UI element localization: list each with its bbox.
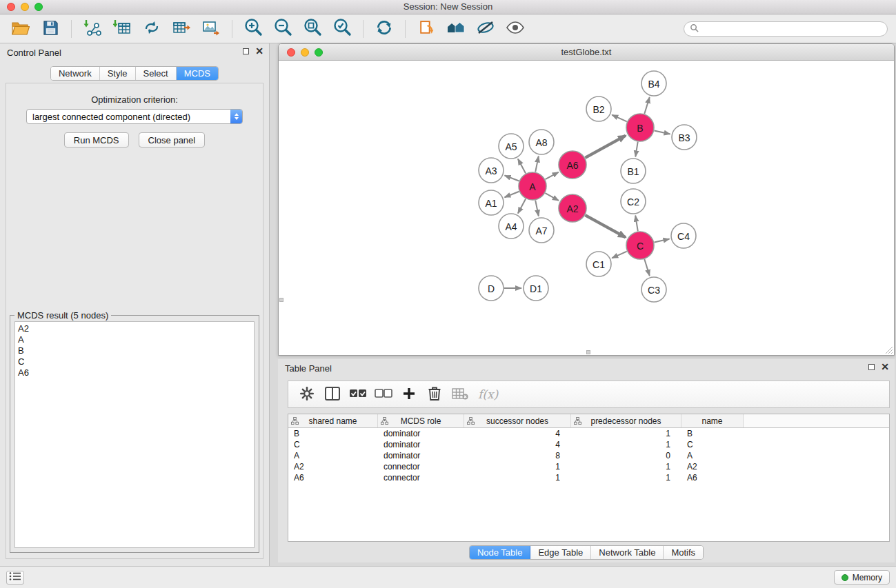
- graph-edge-B-B3[interactable]: [655, 131, 670, 134]
- deselect-all-columns-button[interactable]: [373, 383, 394, 405]
- graph-edge-B-B1[interactable]: [635, 142, 637, 157]
- graph-edge-A-A1[interactable]: [505, 192, 519, 197]
- graph-node-A5[interactable]: A5: [499, 134, 524, 159]
- column-header-mcds-role[interactable]: MCDS role: [378, 414, 464, 427]
- graph-edge-B-B2[interactable]: [612, 115, 627, 122]
- graph-node-C[interactable]: C: [626, 232, 654, 259]
- graph-node-C2[interactable]: C2: [621, 189, 646, 214]
- minimize-network-window-button[interactable]: [301, 48, 309, 57]
- tab-network-table[interactable]: Network Table: [591, 546, 664, 559]
- graph-edge-B-B4[interactable]: [644, 97, 649, 114]
- delete-column-button[interactable]: [424, 383, 445, 405]
- titlebar[interactable]: Session: New Session: [0, 0, 896, 14]
- graph-node-A8[interactable]: A8: [529, 130, 554, 154]
- graph-node-D[interactable]: D: [479, 276, 504, 301]
- tab-network[interactable]: Network: [51, 67, 100, 80]
- zoom-fit-button[interactable]: [299, 17, 326, 41]
- graph-node-A7[interactable]: A7: [529, 218, 554, 243]
- delete-table-button[interactable]: [450, 383, 470, 405]
- graph-node-A2[interactable]: A2: [559, 194, 586, 222]
- zoom-selected-button[interactable]: [328, 17, 356, 41]
- zoom-network-window-button[interactable]: [315, 48, 323, 57]
- annotation-button[interactable]: [472, 17, 499, 41]
- close-app-button[interactable]: [7, 3, 15, 11]
- open-network-document-button[interactable]: [412, 17, 440, 41]
- import-network-button[interactable]: [79, 17, 106, 41]
- select-all-columns-button[interactable]: [348, 383, 368, 405]
- tab-edge-table[interactable]: Edge Table: [530, 546, 591, 559]
- table-row[interactable]: A6 connector 1 1 A6: [288, 472, 889, 483]
- apply-layout-button[interactable]: [370, 17, 398, 41]
- zoom-app-button[interactable]: [34, 3, 43, 11]
- tab-mcds[interactable]: MCDS: [177, 67, 218, 80]
- graph-node-A[interactable]: A: [519, 172, 546, 200]
- close-panel-button[interactable]: Close panel: [139, 132, 206, 148]
- function-builder-button[interactable]: f(x): [478, 387, 498, 401]
- graph-edge-A-A5[interactable]: [518, 159, 526, 174]
- tab-select[interactable]: Select: [136, 67, 177, 80]
- graph-node-B[interactable]: B: [626, 114, 654, 141]
- graph-node-C1[interactable]: C1: [586, 252, 611, 276]
- column-header-name[interactable]: name: [681, 414, 744, 427]
- graph-node-B4[interactable]: B4: [641, 71, 666, 96]
- vertical-scrollbar-thumb[interactable]: [279, 298, 283, 302]
- zoom-out-button[interactable]: [269, 17, 297, 41]
- export-network-button[interactable]: [138, 17, 166, 41]
- export-image-button[interactable]: [197, 17, 225, 41]
- tab-node-table[interactable]: Node Table: [470, 546, 531, 559]
- run-mcds-button[interactable]: Run MCDS: [64, 132, 129, 148]
- graph-node-B1[interactable]: B1: [621, 159, 646, 183]
- graph-edge-A-A8[interactable]: [535, 156, 539, 172]
- search-box[interactable]: [684, 21, 888, 37]
- graph-edge-A2-C[interactable]: [585, 215, 626, 237]
- graph-edge-C-C3[interactable]: [644, 259, 649, 276]
- result-item[interactable]: B: [18, 345, 251, 356]
- graph-edge-A-A3[interactable]: [505, 176, 519, 181]
- float-panel-icon[interactable]: [243, 48, 249, 54]
- open-session-button[interactable]: [7, 17, 34, 41]
- create-column-button[interactable]: [399, 383, 419, 405]
- task-history-button[interactable]: [6, 571, 24, 585]
- show-columns-button[interactable]: [322, 383, 343, 405]
- network-window-titlebar[interactable]: testGlobe.txt: [279, 44, 894, 61]
- graph-node-A4[interactable]: A4: [499, 214, 524, 239]
- graphics-details-button[interactable]: [501, 17, 529, 41]
- column-header-predecessor-nodes[interactable]: predecessor nodes: [571, 414, 681, 427]
- table-row[interactable]: C dominator 4 1 C: [288, 439, 889, 450]
- table-settings-button[interactable]: [297, 383, 317, 405]
- graph-node-C3[interactable]: C3: [641, 277, 666, 302]
- graph-node-C4[interactable]: C4: [671, 223, 696, 248]
- graph-edge-C-C2[interactable]: [635, 216, 638, 232]
- close-network-window-button[interactable]: [287, 48, 295, 57]
- import-table-button[interactable]: [108, 17, 136, 41]
- tab-style[interactable]: Style: [100, 67, 136, 80]
- network-graph[interactable]: B4B2BB3A8A5A6A3B1AC2A1A2A4A7C4CC1DD1C3: [279, 61, 894, 355]
- graph-edge-A-A6[interactable]: [546, 172, 559, 179]
- graph-node-A3[interactable]: A3: [479, 158, 504, 183]
- resize-grip[interactable]: [885, 346, 893, 354]
- graph-node-D1[interactable]: D1: [524, 276, 548, 301]
- export-table-button[interactable]: [168, 17, 195, 41]
- graph-edge-A-A2[interactable]: [545, 193, 559, 201]
- table-row[interactable]: A dominator 8 0 A: [288, 450, 889, 461]
- graph-node-B2[interactable]: B2: [586, 97, 611, 121]
- graph-edge-A-A4[interactable]: [518, 199, 526, 214]
- result-item[interactable]: A6: [18, 367, 251, 378]
- graph-node-B3[interactable]: B3: [672, 125, 697, 150]
- result-item[interactable]: C: [18, 356, 251, 367]
- search-input[interactable]: [702, 23, 882, 34]
- float-table-panel-icon[interactable]: [868, 364, 875, 370]
- table-row[interactable]: B dominator 4 1 B: [288, 428, 889, 439]
- tab-motifs[interactable]: Motifs: [664, 546, 703, 559]
- criterion-dropdown[interactable]: largest connected component (directed): [26, 109, 243, 124]
- save-session-button[interactable]: [37, 17, 64, 41]
- graph-edge-A6-B[interactable]: [585, 136, 626, 158]
- mcds-result-list[interactable]: A2 A B C A6: [14, 321, 255, 548]
- horizontal-scrollbar-thumb[interactable]: [586, 350, 590, 354]
- graph-node-A1[interactable]: A1: [479, 190, 504, 215]
- result-item[interactable]: A: [18, 334, 251, 345]
- graph-edge-A-A7[interactable]: [535, 201, 539, 216]
- table-row[interactable]: A2 connector 1 1 A2: [288, 461, 889, 472]
- column-header-shared-name[interactable]: shared name: [288, 414, 378, 427]
- result-item[interactable]: A2: [18, 323, 251, 334]
